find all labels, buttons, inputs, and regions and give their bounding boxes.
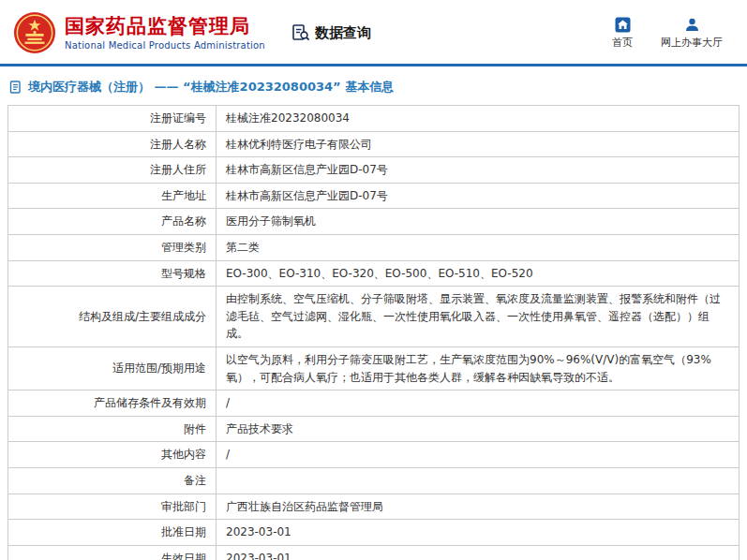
- table-row: 注册证编号桂械注准20232080034: [8, 106, 740, 132]
- info-table-body: 注册证编号桂械注准20232080034注册人名称桂林优利特医疗电子有限公司注册…: [8, 106, 740, 560]
- site-subtitle: National Medical Products Administration: [65, 40, 265, 51]
- row-value: EO-300、EO-310、EO-320、EO-500、EO-510、EO-52…: [217, 260, 740, 287]
- table-row: 注册人住所桂林市高新区信息产业园D-07号: [8, 157, 740, 184]
- national-emblem-icon: [13, 11, 56, 54]
- table-row: 生效日期2023-03-01: [8, 545, 740, 560]
- row-label: 产品储存条件及有效期: [8, 391, 217, 417]
- row-label: 结构及组成/主要组成成分: [8, 287, 217, 347]
- row-label: 注册人名称: [8, 131, 217, 157]
- row-label: 适用范围/预期用途: [8, 346, 217, 390]
- table-row: 产品名称医用分子筛制氧机: [8, 209, 740, 235]
- brand[interactable]: 国家药品监督管理局 National Medical Products Admi…: [13, 11, 265, 54]
- row-value: 2023-03-01: [217, 545, 740, 560]
- row-value: 以空气为原料，利用分子筛变压吸附工艺，生产氧浓度范围为90%～96%(V/V)的…: [217, 346, 740, 390]
- row-value: 广西壮族自治区药品监督管理局: [217, 494, 740, 520]
- row-value: 医用分子筛制氧机: [217, 209, 740, 235]
- table-row: 产品储存条件及有效期/: [8, 391, 740, 417]
- top-nav: 首页 网上办事大厅: [612, 17, 734, 50]
- site-header: 国家药品监督管理局 National Medical Products Admi…: [0, 0, 747, 64]
- table-row: 适用范围/预期用途以空气为原料，利用分子筛变压吸附工艺，生产氧浓度范围为90%～…: [8, 346, 740, 390]
- nav-home[interactable]: 首页: [612, 17, 633, 50]
- row-value: 桂械注准20232080034: [217, 106, 740, 132]
- row-label: 批准日期: [8, 520, 217, 546]
- row-value: [217, 467, 740, 494]
- document-icon: [9, 81, 22, 94]
- nav-home-label: 首页: [612, 36, 633, 50]
- row-value: 由控制系统、空气压缩机、分子筛吸附塔、显示装置、氧浓度及流量监测装置、报警系统和…: [217, 287, 740, 347]
- table-row: 备注: [8, 467, 740, 494]
- table-row: 管理类别第二类: [8, 234, 740, 260]
- row-value: /: [217, 442, 740, 468]
- table-row: 批准日期2023-03-01: [8, 520, 740, 546]
- row-label: 其他内容: [8, 442, 217, 468]
- row-label: 生效日期: [8, 545, 217, 560]
- row-label: 管理类别: [8, 234, 217, 260]
- home-icon: [615, 17, 631, 33]
- row-value: 产品技术要求: [217, 416, 740, 442]
- user-icon: [684, 17, 700, 33]
- table-row: 结构及组成/主要组成成分由控制系统、空气压缩机、分子筛吸附塔、显示装置、氧浓度及…: [8, 287, 740, 347]
- brand-text: 国家药品监督管理局 National Medical Products Admi…: [65, 15, 265, 51]
- row-value: 第二类: [217, 234, 740, 260]
- row-label: 审批部门: [8, 494, 217, 520]
- table-row: 生产地址桂林市高新区信息产业园D-07号: [8, 183, 740, 209]
- row-value: /: [217, 391, 740, 417]
- row-label: 型号规格: [8, 260, 217, 287]
- breadcrumb: 境内医疗器械（注册） —— “桂械注准20232080034” 基本信息: [0, 66, 747, 105]
- data-query-title: 数据查询: [291, 23, 371, 42]
- row-value: 桂林优利特医疗电子有限公司: [217, 131, 740, 157]
- info-table: 注册证编号桂械注准20232080034注册人名称桂林优利特医疗电子有限公司注册…: [7, 105, 740, 560]
- nav-service-hall-label: 网上办事大厅: [661, 36, 723, 50]
- site-title: 国家药品监督管理局: [65, 15, 265, 37]
- row-label: 附件: [8, 416, 217, 442]
- row-value: 桂林市高新区信息产业园D-07号: [217, 183, 740, 209]
- table-row: 其他内容/: [8, 442, 740, 468]
- row-value: 桂林市高新区信息产业园D-07号: [217, 157, 740, 184]
- table-row: 审批部门广西壮族自治区药品监督管理局: [8, 494, 740, 520]
- data-query-label: 数据查询: [315, 24, 371, 42]
- table-row: 型号规格EO-300、EO-310、EO-320、EO-500、EO-510、E…: [8, 260, 740, 287]
- row-label: 生产地址: [8, 183, 217, 209]
- table-row: 注册人名称桂林优利特医疗电子有限公司: [8, 131, 740, 157]
- row-label: 备注: [8, 467, 217, 494]
- row-label: 注册证编号: [8, 106, 217, 132]
- table-row: 附件产品技术要求: [8, 416, 740, 442]
- row-label: 产品名称: [8, 209, 217, 235]
- row-label: 注册人住所: [8, 157, 217, 184]
- breadcrumb-text: 境内医疗器械（注册） —— “桂械注准20232080034” 基本信息: [28, 79, 394, 96]
- data-query-icon: [291, 23, 310, 42]
- nav-service-hall[interactable]: 网上办事大厅: [661, 17, 723, 50]
- row-value: 2023-03-01: [217, 520, 740, 546]
